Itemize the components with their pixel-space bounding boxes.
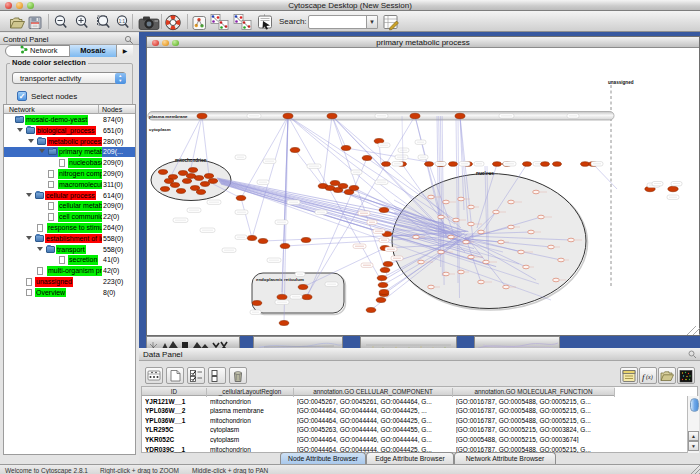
svg-text:unassigned: unassigned	[608, 80, 634, 85]
svg-text:1:1: 1:1	[119, 19, 126, 24]
svg-text:plasma membrane: plasma membrane	[149, 114, 188, 119]
svg-text:endoplasmic reticulum: endoplasmic reticulum	[256, 277, 304, 282]
svg-text:cytoplasm: cytoplasm	[149, 127, 171, 132]
svg-text:(x): (x)	[646, 374, 653, 381]
